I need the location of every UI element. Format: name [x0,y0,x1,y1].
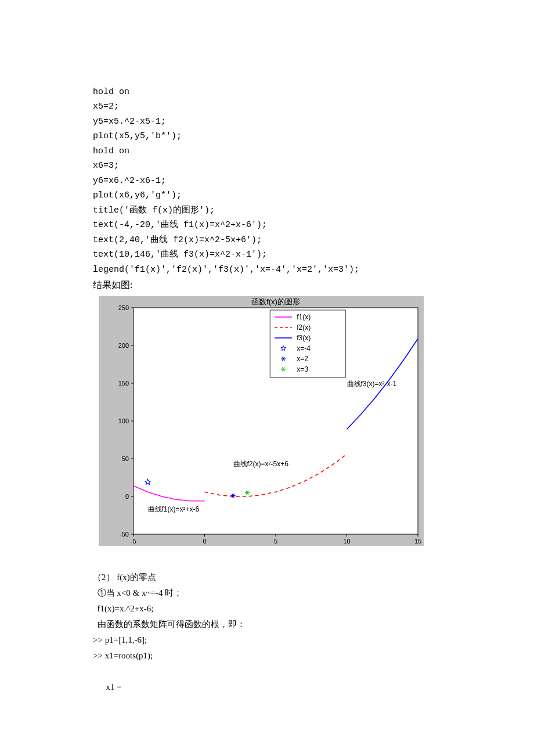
code-line: text(-4,-20,'曲线 f1(x)=x^2+x-6'); [93,220,267,230]
code-line: y6=x6.^2-x6-1; [93,176,166,186]
svg-text:f2(x): f2(x) [297,323,311,332]
svg-text:150: 150 [118,380,129,387]
code-line: x5=2; [93,102,119,111]
post-line: >> p1=[1,1,-6]; [93,635,147,645]
svg-text:曲线f3(x)=x²-x-1: 曲线f3(x)=x²-x-1 [347,380,397,388]
svg-text:5: 5 [274,538,277,545]
svg-text:0: 0 [203,538,206,545]
svg-text:10: 10 [343,538,350,545]
code-line: plot(x5,y5,'b*'); [93,131,182,141]
svg-text:250: 250 [118,304,129,311]
code-line: title('函数 f(x)的图形'); [93,206,215,215]
post-line: ①当 x<0 & x~=-4 时； [93,588,182,597]
post-line: >> x1=roots(p1); [93,651,153,660]
svg-text:0: 0 [125,493,129,500]
code-line: y5=x5.^2-x5-1; [93,117,166,127]
svg-text:x=2: x=2 [297,355,308,363]
svg-text:曲线f2(x)=x²-5x+6: 曲线f2(x)=x²-5x+6 [233,460,289,468]
code-line: text(10,146,'曲线 f3(x)=x^2-x-1'); [93,250,267,260]
code-line: hold on [93,146,129,156]
svg-text:f3(x): f3(x) [297,334,311,342]
svg-text:50: 50 [122,455,129,462]
svg-text:曲线f1(x)=x²+x-6: 曲线f1(x)=x²+x-6 [148,505,200,513]
code-line: hold on [93,87,129,97]
post-line: x1 = [93,682,122,692]
code-line: legend('f1(x)','f2(x)','f3(x)','x=-4','x… [93,265,359,275]
svg-text:-50: -50 [120,531,129,538]
code-line: text(2,40,'曲线 f2(x)=x^2-5x+6'); [93,235,262,245]
chart-title: 函数f(x)的图形 [251,297,300,306]
code-line: plot(x6,y6,'g*'); [93,190,182,200]
post-line: （2） f(x)的零点 [93,573,156,582]
svg-text:-5: -5 [131,538,136,545]
post-text: （2） f(x)的零点 ①当 x<0 & x~=-4 时； f1(x)=x.^2… [93,554,441,695]
svg-text:15: 15 [414,538,421,545]
post-line: 由函数的系数矩阵可得函数的根，即： [93,620,246,629]
legend: f1(x)f2(x)f3(x)x=-4x=2x=3 [270,310,345,377]
matlab-chart: 函数f(x)的图形 -5051015 -50050100150200250 曲线… [99,296,441,548]
svg-text:100: 100 [118,417,129,424]
svg-text:200: 200 [118,342,129,349]
result-label: 结果如图: [93,277,441,293]
matlab-code: hold on x5=2; y5=x5.^2-x5-1; plot(x5,y5,… [93,70,441,277]
svg-text:x=-4: x=-4 [297,344,311,352]
chart-svg: 函数f(x)的图形 -5051015 -50050100150200250 曲线… [99,296,424,546]
svg-text:f1(x): f1(x) [297,313,311,321]
post-line: f1(x)=x.^2+x-6; [93,604,153,613]
svg-text:x=3: x=3 [297,365,308,373]
code-line: x6=3; [93,161,119,171]
